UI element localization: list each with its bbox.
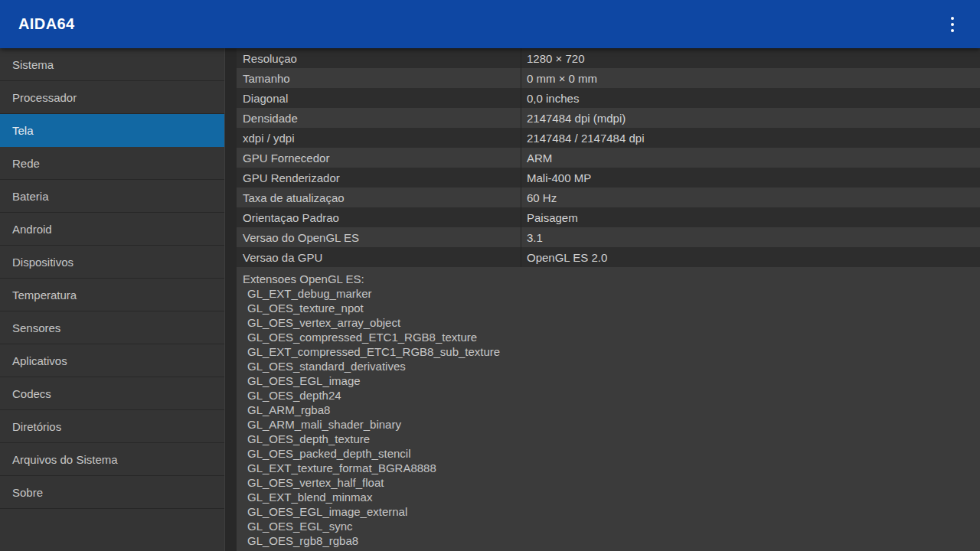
app-bar: AIDA64 xyxy=(0,0,980,48)
info-value: ARM xyxy=(521,148,980,168)
sidebar-item-label: Rede xyxy=(12,157,40,170)
sidebar-item-android[interactable]: Android xyxy=(0,213,224,246)
extension-item: GL_OES_packed_depth_stencil xyxy=(237,446,980,461)
sidebar-item-diretorios[interactable]: Diretórios xyxy=(0,410,224,443)
info-value: 3.1 xyxy=(521,227,980,247)
sidebar-item-sistema[interactable]: Sistema xyxy=(0,48,224,81)
info-label: Densidade xyxy=(237,108,521,128)
info-row-resolucao[interactable]: Resoluçao1280 × 720 xyxy=(237,48,980,68)
info-label: Versao do OpenGL ES xyxy=(237,227,521,247)
info-row-diagonal[interactable]: Diagonal0,0 inches xyxy=(237,88,980,108)
info-value: 2147484 dpi (mdpi) xyxy=(521,108,980,128)
sidebar-item-label: Sistema xyxy=(12,58,54,71)
content-panel: Resoluçao1280 × 720Tamanho0 mm × 0 mmDia… xyxy=(237,48,980,551)
info-row-gpu-renderizador[interactable]: GPU RenderizadorMali-400 MP xyxy=(237,168,980,187)
info-row-versao-da-gpu[interactable]: Versao da GPUOpenGL ES 2.0 xyxy=(237,247,980,267)
sidebar-item-label: Android xyxy=(12,223,52,236)
extension-item: GL_ARM_mali_shader_binary xyxy=(237,417,980,432)
sidebar-item-rede[interactable]: Rede xyxy=(0,147,224,180)
sidebar-item-sobre[interactable]: Sobre xyxy=(0,476,224,509)
sidebar-item-bateria[interactable]: Bateria xyxy=(0,180,224,213)
extension-item: GL_OES_rgb8_rgba8 xyxy=(237,533,980,548)
info-value: 2147484 / 2147484 dpi xyxy=(521,128,980,148)
sidebar-item-label: Diretórios xyxy=(12,420,61,433)
sidebar-item-codecs[interactable]: Codecs xyxy=(0,377,224,410)
sidebar-item-label: Sobre xyxy=(12,486,43,499)
info-label: Versao da GPU xyxy=(237,247,521,267)
overflow-menu-button[interactable] xyxy=(934,0,971,48)
sidebar-item-label: Codecs xyxy=(12,387,51,400)
sidebar-item-label: Temperatura xyxy=(12,289,77,302)
sidebar-item-label: Aplicativos xyxy=(12,354,67,367)
info-value: 0 mm × 0 mm xyxy=(521,68,980,88)
info-row-xdpi-/-ydpi[interactable]: xdpi / ydpi2147484 / 2147484 dpi xyxy=(237,128,980,148)
info-label: Orientaçao Padrao xyxy=(237,207,521,227)
info-label: xdpi / ydpi xyxy=(237,128,521,148)
sidebar-item-processador[interactable]: Processador xyxy=(0,81,224,114)
extension-item: GL_OES_compressed_ETC1_RGB8_texture xyxy=(237,330,980,344)
extension-item: GL_OES_vertex_array_object xyxy=(237,315,980,330)
info-value: Mali-400 MP xyxy=(521,168,980,187)
info-value: 60 Hz xyxy=(521,187,980,207)
extensions-title: Extensoes OpenGL ES: xyxy=(237,272,980,286)
extension-item: GL_ARM_rgba8 xyxy=(237,403,980,417)
info-row-gpu-fornecedor[interactable]: GPU FornecedorARM xyxy=(237,148,980,168)
extension-item: GL_EXT_blend_minmax xyxy=(237,490,980,504)
info-row-densidade[interactable]: Densidade2147484 dpi (mdpi) xyxy=(237,108,980,128)
sidebar-item-dispositivos[interactable]: Dispositivos xyxy=(0,246,224,279)
sidebar-item-temperatura[interactable]: Temperatura xyxy=(0,279,224,311)
sidebar-nav: SistemaProcessadorTelaRedeBateriaAndroid… xyxy=(0,48,225,551)
extension-item: GL_OES_EGL_sync xyxy=(237,519,980,533)
sidebar-item-arquivos-do-sistema[interactable]: Arquivos do Sistema xyxy=(0,443,224,476)
sidebar-item-label: Arquivos do Sistema xyxy=(12,453,118,466)
info-row-tamanho[interactable]: Tamanho0 mm × 0 mm xyxy=(237,68,980,88)
info-value: OpenGL ES 2.0 xyxy=(521,247,980,267)
extensions-list: GL_EXT_debug_markerGL_OES_texture_npotGL… xyxy=(237,286,980,548)
info-row-orientacao-padrao[interactable]: Orientaçao PadraoPaisagem xyxy=(237,207,980,227)
display-info-list: Resoluçao1280 × 720Tamanho0 mm × 0 mmDia… xyxy=(237,48,980,267)
info-value: 980 × 551 xyxy=(521,48,980,68)
kebab-menu-icon xyxy=(951,17,954,32)
sidebar-item-label: Processador xyxy=(12,91,77,104)
sidebar-item-aplicativos[interactable]: Aplicativos xyxy=(0,344,224,377)
info-label: Tamanho xyxy=(237,68,521,88)
info-label: Resoluçao xyxy=(237,48,521,68)
sidebar-item-label: Dispositivos xyxy=(12,256,74,269)
info-value: Paisagem xyxy=(521,207,980,227)
extension-item: GL_OES_depth_texture xyxy=(237,432,980,446)
info-label: GPU Renderizador xyxy=(237,168,521,187)
extension-item: GL_OES_standard_derivatives xyxy=(237,359,980,373)
sidebar-item-tela[interactable]: Tela xyxy=(0,114,224,147)
sidebar-item-label: Bateria xyxy=(12,190,49,203)
sidebar-item-sensores[interactable]: Sensores xyxy=(0,311,224,344)
extension-item: GL_OES_EGL_image xyxy=(237,373,980,388)
sidebar-item-label: Sensores xyxy=(12,321,60,334)
info-label: Diagonal xyxy=(237,88,521,108)
app-title: AIDA64 xyxy=(18,15,75,33)
extension-item: GL_OES_EGL_image_external xyxy=(237,504,980,519)
info-value: 0,0 inches xyxy=(521,88,980,108)
extension-item: GL_EXT_debug_marker xyxy=(237,286,980,301)
info-row-taxa-de-atualizacao[interactable]: Taxa de atualizaçao60 Hz xyxy=(237,187,980,207)
extension-item: GL_OES_depth24 xyxy=(237,388,980,403)
info-label: Taxa de atualizaçao xyxy=(237,187,521,207)
info-label: GPU Fornecedor xyxy=(237,148,521,168)
extension-item: GL_EXT_compressed_ETC1_RGB8_sub_texture xyxy=(237,344,980,359)
extension-item: GL_OES_texture_npot xyxy=(237,301,980,315)
extensions-section: Extensoes OpenGL ES: GL_EXT_debug_marker… xyxy=(237,267,980,551)
info-row-versao-do-opengl-es[interactable]: Versao do OpenGL ES3.1 xyxy=(237,227,980,247)
extension-item: GL_OES_vertex_half_float xyxy=(237,475,980,490)
extension-item: GL_EXT_texture_format_BGRA8888 xyxy=(237,461,980,475)
sidebar-item-label: Tela xyxy=(12,124,34,137)
